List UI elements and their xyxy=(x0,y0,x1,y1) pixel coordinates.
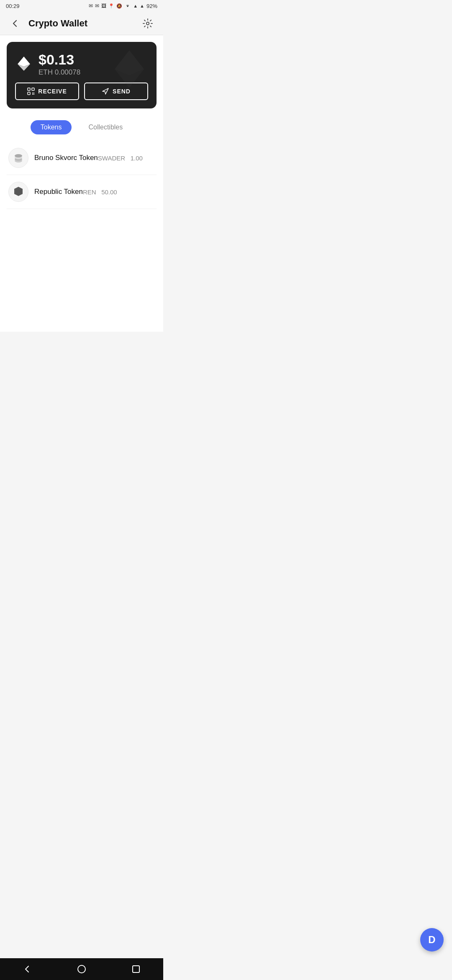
token-list: Bruno Skvorc Token SWADER 1.00 Republic … xyxy=(7,141,157,209)
main-content: $0.13 ETH 0.00078 RECEIVE xyxy=(0,35,163,332)
signal-icon: ▲ xyxy=(133,3,138,8)
mute-icon: 🔕 xyxy=(116,3,122,9)
token-icon-republic xyxy=(8,182,28,202)
token-balance-1: REN 50.00 xyxy=(83,188,117,196)
token-item-1[interactable]: Republic Token REN 50.00 xyxy=(7,175,157,209)
location-icon: 📍 xyxy=(108,3,114,9)
svg-rect-11 xyxy=(33,94,34,95)
photo-icon: 🖼 xyxy=(101,3,106,9)
status-time: 00:29 xyxy=(6,3,20,9)
token-name-1: Republic Token xyxy=(34,188,83,196)
receive-button[interactable]: RECEIVE xyxy=(15,83,79,100)
token-balance-0: SWADER 1.00 xyxy=(98,155,143,162)
tab-collectibles[interactable]: Collectibles xyxy=(78,120,133,134)
signal2-icon: ▲ xyxy=(140,3,144,8)
token-name-0: Bruno Skvorc Token xyxy=(34,154,98,162)
receive-label: RECEIVE xyxy=(38,88,67,95)
token-item-0[interactable]: Bruno Skvorc Token SWADER 1.00 xyxy=(7,141,157,175)
mail-icon: ✉ xyxy=(89,3,93,9)
svg-point-15 xyxy=(15,154,22,157)
eth-logo xyxy=(15,55,33,74)
svg-rect-7 xyxy=(28,92,30,95)
status-icons: ✉ ✉ 🖼 📍 🔕 ▲ ▲ 92% xyxy=(89,3,157,9)
svg-point-0 xyxy=(146,22,149,24)
tab-bar: Tokens Collectibles xyxy=(7,117,157,141)
svg-rect-8 xyxy=(32,93,33,93)
svg-rect-6 xyxy=(32,88,34,90)
svg-rect-10 xyxy=(32,94,33,95)
page-title: Crypto Wallet xyxy=(23,18,139,29)
eth-bg-icon xyxy=(106,46,152,92)
wallet-amounts: $0.13 ETH 0.00078 xyxy=(39,52,80,77)
battery-text: 92% xyxy=(146,3,157,9)
svg-rect-9 xyxy=(33,93,34,93)
wifi-icon xyxy=(124,3,131,9)
mail2-icon: ✉ xyxy=(95,3,99,9)
top-nav: Crypto Wallet xyxy=(0,12,163,35)
tab-tokens[interactable]: Tokens xyxy=(31,120,72,134)
wallet-card: $0.13 ETH 0.00078 RECEIVE xyxy=(7,42,157,108)
eth-balance: ETH 0.00078 xyxy=(39,68,80,77)
back-button[interactable] xyxy=(7,15,23,32)
token-icon-bruno xyxy=(8,148,28,168)
settings-button[interactable] xyxy=(139,15,157,32)
status-bar: 00:29 ✉ ✉ 🖼 📍 🔕 ▲ ▲ 92% xyxy=(0,0,163,12)
svg-rect-5 xyxy=(28,88,30,90)
usd-balance: $0.13 xyxy=(39,52,80,67)
